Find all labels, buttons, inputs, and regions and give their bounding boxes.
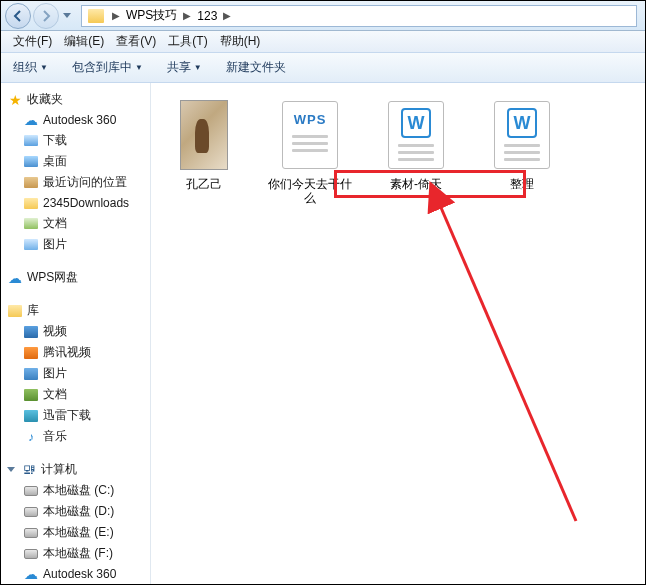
sidebar: ★ 收藏夹 ☁Autodesk 360 下载 桌面 最近访问的位置 2345Do… bbox=[1, 83, 151, 584]
sidebar-item-drive-c[interactable]: 本地磁盘 (C:) bbox=[5, 480, 146, 501]
menu-edit[interactable]: 编辑(E) bbox=[58, 31, 110, 52]
sidebar-header-computer[interactable]: 🖳 计算机 bbox=[5, 459, 146, 480]
image-icon bbox=[180, 100, 228, 170]
word-file-icon: W bbox=[388, 101, 444, 169]
sidebar-item-autodesk360[interactable]: ☁Autodesk 360 bbox=[5, 110, 146, 130]
sidebar-group-computer: 🖳 计算机 本地磁盘 (C:) 本地磁盘 (D:) 本地磁盘 (E:) 本地磁盘… bbox=[5, 459, 146, 584]
menu-file[interactable]: 文件(F) bbox=[7, 31, 58, 52]
sidebar-group-wpscloud: ☁ WPS网盘 bbox=[5, 267, 146, 288]
file-item[interactable]: 孔乙己 bbox=[161, 99, 247, 191]
sidebar-item-recent[interactable]: 最近访问的位置 bbox=[5, 172, 146, 193]
file-label: 你们今天去干什么 bbox=[268, 177, 352, 206]
breadcrumb-item-1[interactable]: WPS技巧 bbox=[124, 5, 179, 26]
wps-file-icon: WPS bbox=[282, 101, 338, 169]
picture-icon bbox=[23, 366, 39, 382]
download-icon bbox=[23, 408, 39, 424]
arrow-left-icon bbox=[11, 9, 25, 23]
desktop-icon bbox=[23, 154, 39, 170]
breadcrumb-sep-icon: ▶ bbox=[183, 10, 191, 21]
menu-help[interactable]: 帮助(H) bbox=[214, 31, 267, 52]
arrow-right-icon bbox=[39, 9, 53, 23]
cloud-icon: ☁ bbox=[7, 270, 23, 286]
music-icon: ♪ bbox=[23, 429, 39, 445]
sidebar-item-documents[interactable]: 文档 bbox=[5, 213, 146, 234]
sidebar-item-drive-f[interactable]: 本地磁盘 (F:) bbox=[5, 543, 146, 564]
menu-tools[interactable]: 工具(T) bbox=[162, 31, 213, 52]
sidebar-label: 计算机 bbox=[41, 461, 77, 478]
document-icon bbox=[23, 387, 39, 403]
folder-icon bbox=[88, 9, 104, 23]
breadcrumb-sep-icon: ▶ bbox=[223, 10, 231, 21]
recent-icon bbox=[23, 175, 39, 191]
drive-icon bbox=[23, 504, 39, 520]
sidebar-item-videos[interactable]: 视频 bbox=[5, 321, 146, 342]
file-label: 整理 bbox=[480, 177, 564, 191]
sidebar-header-libraries[interactable]: 库 bbox=[5, 300, 146, 321]
sidebar-item-drive-d[interactable]: 本地磁盘 (D:) bbox=[5, 501, 146, 522]
video-icon bbox=[23, 324, 39, 340]
toolbar-newfolder[interactable]: 新建文件夹 bbox=[222, 56, 290, 79]
sidebar-item-pictures[interactable]: 图片 bbox=[5, 234, 146, 255]
breadcrumb-item-2[interactable]: 123 bbox=[195, 7, 219, 25]
toolbar-organize[interactable]: 组织 ▼ bbox=[9, 56, 52, 79]
sidebar-label: WPS网盘 bbox=[27, 269, 78, 286]
nav-history-dropdown[interactable] bbox=[61, 3, 75, 29]
sidebar-item-xunlei[interactable]: 迅雷下载 bbox=[5, 405, 146, 426]
drive-icon bbox=[23, 525, 39, 541]
file-label: 孔乙己 bbox=[162, 177, 246, 191]
toolbar-share[interactable]: 共享 ▼ bbox=[163, 56, 206, 79]
drive-icon bbox=[23, 483, 39, 499]
picture-icon bbox=[23, 237, 39, 253]
sidebar-group-favorites: ★ 收藏夹 ☁Autodesk 360 下载 桌面 最近访问的位置 2345Do… bbox=[5, 89, 146, 255]
video-icon bbox=[23, 345, 39, 361]
library-icon bbox=[7, 303, 23, 319]
sidebar-item-desktop[interactable]: 桌面 bbox=[5, 151, 146, 172]
sidebar-item-lib-documents[interactable]: 文档 bbox=[5, 384, 146, 405]
chevron-down-icon: ▼ bbox=[40, 63, 48, 72]
nav-forward-button[interactable] bbox=[33, 3, 59, 29]
cloud-icon: ☁ bbox=[23, 112, 39, 128]
file-thumbnail: W bbox=[492, 99, 552, 171]
file-item[interactable]: W 整理 bbox=[479, 99, 565, 191]
file-item[interactable]: W 素材-倚天 bbox=[373, 99, 459, 191]
computer-icon: 🖳 bbox=[21, 462, 37, 478]
sidebar-item-autodesk360-drive[interactable]: ☁Autodesk 360 bbox=[5, 564, 146, 584]
sidebar-item-drive-e[interactable]: 本地磁盘 (E:) bbox=[5, 522, 146, 543]
nav-back-button[interactable] bbox=[5, 3, 31, 29]
menu-view[interactable]: 查看(V) bbox=[110, 31, 162, 52]
sidebar-header-favorites[interactable]: ★ 收藏夹 bbox=[5, 89, 146, 110]
cloud-icon: ☁ bbox=[23, 566, 39, 582]
document-icon bbox=[23, 216, 39, 232]
sidebar-item-lib-pictures[interactable]: 图片 bbox=[5, 363, 146, 384]
sidebar-item-tencentvideo[interactable]: 腾讯视频 bbox=[5, 342, 146, 363]
sidebar-item-downloads[interactable]: 下载 bbox=[5, 130, 146, 151]
chevron-down-icon bbox=[63, 13, 71, 18]
sidebar-label: 收藏夹 bbox=[27, 91, 63, 108]
star-icon: ★ bbox=[7, 92, 23, 108]
main-area: ★ 收藏夹 ☁Autodesk 360 下载 桌面 最近访问的位置 2345Do… bbox=[1, 83, 645, 584]
breadcrumb[interactable]: ▶ WPS技巧 ▶ 123 ▶ bbox=[81, 5, 637, 27]
breadcrumb-sep-icon: ▶ bbox=[112, 10, 120, 21]
sidebar-item-wpscloud[interactable]: ☁ WPS网盘 bbox=[5, 267, 146, 288]
toolbar: 组织 ▼ 包含到库中 ▼ 共享 ▼ 新建文件夹 bbox=[1, 53, 645, 83]
file-item[interactable]: WPS 你们今天去干什么 bbox=[267, 99, 353, 206]
chevron-down-icon: ▼ bbox=[194, 63, 202, 72]
file-thumbnail: WPS bbox=[280, 99, 340, 171]
folder-icon bbox=[23, 195, 39, 211]
expand-icon bbox=[7, 467, 15, 472]
word-file-icon: W bbox=[494, 101, 550, 169]
drive-icon bbox=[23, 546, 39, 562]
download-icon bbox=[23, 133, 39, 149]
file-thumbnail bbox=[174, 99, 234, 171]
sidebar-item-2345downloads[interactable]: 2345Downloads bbox=[5, 193, 146, 213]
file-content-area[interactable]: 孔乙己 WPS 你们今天去干什么 W 素材-倚天 W 整理 bbox=[151, 83, 645, 584]
menubar: 文件(F) 编辑(E) 查看(V) 工具(T) 帮助(H) bbox=[1, 31, 645, 53]
file-thumbnail: W bbox=[386, 99, 446, 171]
file-label: 素材-倚天 bbox=[374, 177, 458, 191]
sidebar-item-music[interactable]: ♪音乐 bbox=[5, 426, 146, 447]
sidebar-label: 库 bbox=[27, 302, 39, 319]
sidebar-group-libraries: 库 视频 腾讯视频 图片 文档 迅雷下载 ♪音乐 bbox=[5, 300, 146, 447]
toolbar-include-library[interactable]: 包含到库中 ▼ bbox=[68, 56, 147, 79]
chevron-down-icon: ▼ bbox=[135, 63, 143, 72]
titlebar: ▶ WPS技巧 ▶ 123 ▶ bbox=[1, 1, 645, 31]
